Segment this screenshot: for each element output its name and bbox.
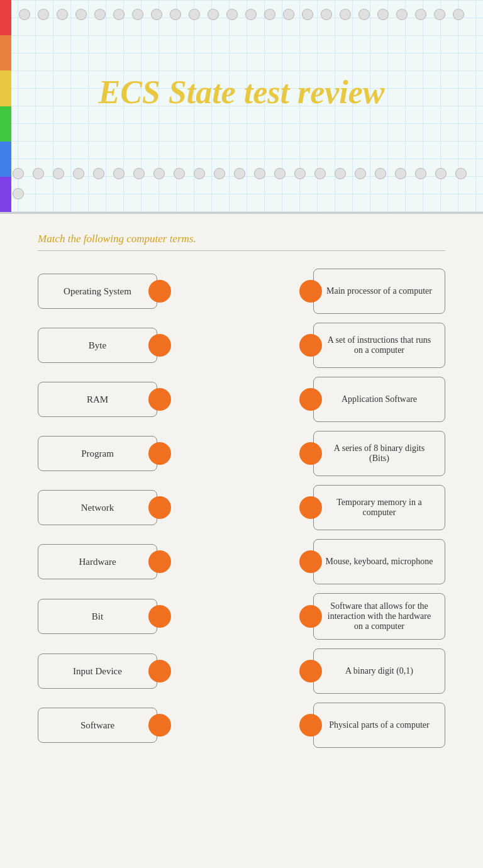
dot bbox=[113, 9, 125, 20]
dot bbox=[274, 168, 286, 179]
def-pair-right: A binary digit (0,1) bbox=[299, 648, 445, 694]
page-title: ECS State test review bbox=[99, 74, 385, 111]
matching-row: Byte A set of instructions that runs on … bbox=[38, 323, 445, 368]
dot bbox=[415, 168, 426, 179]
dot bbox=[358, 9, 370, 20]
left-connector-circle[interactable] bbox=[148, 280, 171, 303]
dot bbox=[170, 9, 181, 20]
matching-row: Hardware Mouse, keyboard, microphone bbox=[38, 539, 445, 584]
dot bbox=[283, 9, 294, 20]
matching-container: Operating System Main processor of a com… bbox=[38, 269, 445, 748]
def-box[interactable]: Physical parts of a computer bbox=[313, 703, 445, 748]
dot bbox=[38, 9, 49, 20]
right-connector-circle[interactable] bbox=[299, 496, 322, 519]
term-box[interactable]: Software bbox=[38, 708, 157, 743]
dot bbox=[174, 168, 185, 179]
dot bbox=[13, 188, 24, 199]
dot bbox=[33, 168, 44, 179]
strip-green bbox=[0, 106, 11, 142]
right-connector-circle[interactable] bbox=[299, 442, 322, 465]
dot bbox=[245, 9, 257, 20]
left-connector-circle[interactable] bbox=[148, 660, 171, 682]
matching-row: Network Temporary memory in a computer bbox=[38, 485, 445, 530]
dot bbox=[434, 9, 445, 20]
right-connector-circle[interactable] bbox=[299, 388, 322, 411]
def-box[interactable]: A binary digit (0,1) bbox=[313, 648, 445, 694]
term-pair-left: Bit bbox=[38, 599, 171, 634]
left-connector-circle[interactable] bbox=[148, 714, 171, 737]
term-box[interactable]: RAM bbox=[38, 382, 157, 417]
dot bbox=[57, 9, 68, 20]
term-box[interactable]: Hardware bbox=[38, 544, 157, 579]
term-box[interactable]: Program bbox=[38, 436, 157, 471]
matching-row: Operating System Main processor of a com… bbox=[38, 269, 445, 314]
dot bbox=[194, 168, 205, 179]
def-label: A series of 8 binary digits (Bits) bbox=[324, 443, 435, 464]
dot bbox=[226, 9, 238, 20]
dot bbox=[214, 168, 225, 179]
left-connector-circle[interactable] bbox=[148, 605, 171, 628]
dot bbox=[377, 9, 389, 20]
left-connector-circle[interactable] bbox=[148, 388, 171, 411]
dot bbox=[73, 168, 84, 179]
dot bbox=[455, 168, 467, 179]
def-label: Software that allows for the interaction… bbox=[324, 601, 435, 632]
matching-row: Program A series of 8 binary digits (Bit… bbox=[38, 431, 445, 476]
matching-row: Input Device A binary digit (0,1) bbox=[38, 648, 445, 694]
dot bbox=[254, 168, 265, 179]
dot bbox=[375, 168, 386, 179]
dot bbox=[94, 9, 106, 20]
right-connector-circle[interactable] bbox=[299, 280, 322, 303]
term-pair-left: Byte bbox=[38, 328, 171, 363]
def-box[interactable]: Main processor of a computer bbox=[313, 269, 445, 314]
def-label: A binary digit (0,1) bbox=[345, 666, 413, 676]
term-label: Program bbox=[81, 448, 114, 459]
def-label: Mouse, keyboard, microphone bbox=[325, 557, 433, 567]
bottom-dots bbox=[0, 162, 483, 206]
def-box[interactable]: A series of 8 binary digits (Bits) bbox=[313, 431, 445, 476]
def-pair-right: Application Software bbox=[299, 377, 445, 422]
term-pair-left: Program bbox=[38, 436, 171, 471]
def-pair-right: A series of 8 binary digits (Bits) bbox=[299, 431, 445, 476]
left-connector-circle[interactable] bbox=[148, 334, 171, 357]
def-pair-right: Physical parts of a computer bbox=[299, 703, 445, 748]
left-connector-circle[interactable] bbox=[148, 442, 171, 465]
left-connector-circle[interactable] bbox=[148, 496, 171, 519]
term-box[interactable]: Operating System bbox=[38, 274, 157, 309]
def-pair-right: Software that allows for the interaction… bbox=[299, 593, 445, 640]
right-connector-circle[interactable] bbox=[299, 714, 322, 737]
dot bbox=[75, 9, 87, 20]
right-connector-circle[interactable] bbox=[299, 334, 322, 357]
def-label: Main processor of a computer bbox=[326, 286, 432, 296]
term-box[interactable]: Bit bbox=[38, 599, 157, 634]
term-label: RAM bbox=[87, 394, 108, 405]
dot bbox=[396, 9, 408, 20]
left-connector-circle[interactable] bbox=[148, 550, 171, 573]
subtitle: Match the following computer terms. bbox=[38, 233, 445, 245]
term-box[interactable]: Network bbox=[38, 490, 157, 525]
header-area: ECS State test review bbox=[0, 0, 483, 214]
def-box[interactable]: Temporary memory in a computer bbox=[313, 485, 445, 530]
def-pair-right: A set of instructions that runs on a com… bbox=[299, 323, 445, 368]
matching-row: RAM Application Software bbox=[38, 377, 445, 422]
term-box[interactable]: Input Device bbox=[38, 654, 157, 689]
def-box[interactable]: Application Software bbox=[313, 377, 445, 422]
def-label: Physical parts of a computer bbox=[329, 720, 429, 730]
dot bbox=[321, 9, 332, 20]
right-connector-circle[interactable] bbox=[299, 605, 322, 628]
dot bbox=[355, 168, 366, 179]
right-connector-circle[interactable] bbox=[299, 660, 322, 682]
def-box[interactable]: Software that allows for the interaction… bbox=[313, 593, 445, 640]
term-label: Network bbox=[81, 503, 114, 513]
def-box[interactable]: A set of instructions that runs on a com… bbox=[313, 323, 445, 368]
term-box[interactable]: Byte bbox=[38, 328, 157, 363]
dot bbox=[453, 9, 464, 20]
right-connector-circle[interactable] bbox=[299, 550, 322, 573]
strip-red bbox=[0, 0, 11, 35]
dot bbox=[113, 168, 125, 179]
term-pair-left: RAM bbox=[38, 382, 171, 417]
term-label: Operating System bbox=[64, 286, 131, 297]
term-pair-left: Hardware bbox=[38, 544, 171, 579]
def-box[interactable]: Mouse, keyboard, microphone bbox=[313, 539, 445, 584]
dot bbox=[13, 168, 24, 179]
